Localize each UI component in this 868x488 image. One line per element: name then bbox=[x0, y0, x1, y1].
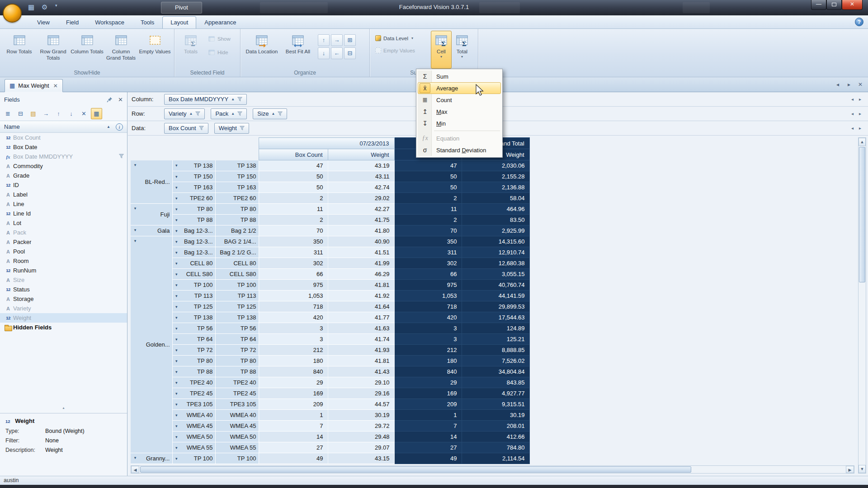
size-cell[interactable]: TP 138 bbox=[215, 160, 259, 171]
total-weight-cell[interactable]: 4,927.77 bbox=[462, 388, 529, 399]
zone-scroll-left-icon[interactable]: ◂ bbox=[849, 125, 856, 132]
horizontal-scroll-track[interactable] bbox=[139, 466, 846, 473]
weight-cell[interactable]: 43.15 bbox=[328, 453, 394, 464]
box-count-cell[interactable]: 66 bbox=[259, 269, 328, 280]
field-item-box-date[interactable]: 12Box Date bbox=[0, 142, 127, 152]
expand-variety-icon[interactable]: ▾ bbox=[131, 236, 140, 453]
zone-scroll-right-icon[interactable]: ▸ bbox=[857, 110, 863, 117]
weight-cell[interactable]: 29.02 bbox=[328, 193, 394, 204]
weight-cell[interactable]: 40.90 bbox=[328, 236, 394, 247]
field-item-commodity[interactable]: ACommodity bbox=[0, 161, 127, 171]
hide-button[interactable]: Hide bbox=[205, 47, 234, 58]
total-box-count-cell[interactable]: 212 bbox=[394, 345, 462, 356]
total-weight-cell[interactable]: 9,315.51 bbox=[462, 399, 529, 410]
window-grid-icon[interactable]: ▦ bbox=[28, 3, 34, 11]
weight-cell[interactable]: 44.57 bbox=[328, 399, 394, 410]
expand-pack-icon[interactable]: ▾ bbox=[172, 421, 180, 432]
total-weight-cell[interactable]: 30.19 bbox=[462, 410, 529, 421]
weight-cell[interactable]: 29.16 bbox=[328, 388, 394, 399]
data-level-button[interactable]: Data Level ▾ bbox=[372, 33, 429, 43]
field-item-box-count[interactable]: 12Box Count bbox=[0, 133, 127, 142]
weight-cell[interactable]: 41.77 bbox=[328, 312, 394, 323]
pack-cell[interactable]: TP 150 bbox=[180, 171, 215, 182]
total-weight-cell[interactable]: 40,760.74 bbox=[462, 280, 529, 291]
size-cell[interactable]: TP 125 bbox=[215, 301, 259, 312]
send-to-column-icon[interactable]: ↑ bbox=[53, 108, 64, 119]
box-count-cell[interactable]: 27 bbox=[259, 442, 328, 453]
variety-cell[interactable]: BL-Red... bbox=[140, 160, 172, 204]
document-tab-max-weight[interactable]: ▦ Max Weight ✕ bbox=[5, 79, 63, 92]
quick-access-dropdown-icon[interactable]: ▾ bbox=[55, 3, 57, 8]
box-count-cell[interactable]: 209 bbox=[259, 399, 328, 410]
size-cell[interactable]: TPE3 105 bbox=[215, 399, 259, 410]
cell-summary-button[interactable]: Cell ▾ bbox=[431, 31, 452, 69]
weight-cell[interactable]: 43.19 bbox=[328, 160, 394, 171]
total-box-count-cell[interactable]: 975 bbox=[394, 280, 462, 291]
weight-cell[interactable]: 46.29 bbox=[328, 269, 394, 280]
total-weight-cell[interactable]: 2,136.88 bbox=[462, 182, 529, 193]
field-item-line[interactable]: ALine bbox=[0, 199, 127, 209]
total-weight-cell[interactable]: 464.96 bbox=[462, 204, 529, 215]
size-cell[interactable]: TPE2 60 bbox=[215, 193, 259, 204]
expand-pack-icon[interactable]: ▾ bbox=[172, 280, 180, 291]
expand-pack-icon[interactable]: ▾ bbox=[172, 399, 180, 410]
total-box-count-cell[interactable]: 50 bbox=[394, 182, 462, 193]
size-cell[interactable]: TPE2 40 bbox=[215, 377, 259, 388]
pack-cell[interactable]: Bag 12-3... bbox=[180, 236, 215, 247]
box-count-cell[interactable]: 302 bbox=[259, 258, 328, 269]
horizontal-scroll-thumb[interactable] bbox=[140, 466, 691, 473]
box-count-cell[interactable]: 180 bbox=[259, 356, 328, 366]
total-box-count-cell[interactable]: 1 bbox=[394, 410, 462, 421]
total-box-count-cell[interactable]: 840 bbox=[394, 366, 462, 377]
pack-cell[interactable]: TPE2 45 bbox=[180, 388, 215, 399]
tab-view[interactable]: View bbox=[29, 16, 58, 28]
variety-cell[interactable]: Golden... bbox=[140, 236, 172, 453]
pack-cell[interactable]: TP 100 bbox=[180, 453, 215, 464]
field-item-runnum[interactable]: 12RunNum bbox=[0, 266, 127, 275]
expand-pack-icon[interactable]: ▾ bbox=[172, 377, 180, 388]
size-cell[interactable]: TP 113 bbox=[215, 291, 259, 301]
box-count-cell[interactable]: 50 bbox=[259, 171, 328, 182]
size-cell[interactable]: Bag 2 1/2 bbox=[215, 225, 259, 236]
pivot-field-pack[interactable]: Pack ▲ bbox=[211, 108, 247, 119]
size-cell[interactable]: CELL 80 bbox=[215, 258, 259, 269]
total-weight-cell[interactable]: 3,055.15 bbox=[462, 269, 529, 280]
size-cell[interactable]: TP 100 bbox=[215, 280, 259, 291]
total-box-count-cell[interactable]: 11 bbox=[394, 204, 462, 215]
weight-cell[interactable]: 29.07 bbox=[328, 442, 394, 453]
size-cell[interactable]: TP 80 bbox=[215, 204, 259, 215]
move-up-icon[interactable]: ↑ bbox=[318, 34, 330, 46]
pack-cell[interactable]: CELL 80 bbox=[180, 258, 215, 269]
date-column-header[interactable]: 07/23/2013 bbox=[259, 138, 394, 149]
pack-cell[interactable]: TP 163 bbox=[180, 182, 215, 193]
box-count-cell[interactable]: 975 bbox=[259, 280, 328, 291]
weight-cell[interactable]: 41.64 bbox=[328, 301, 394, 312]
pack-cell[interactable]: TP 113 bbox=[180, 291, 215, 301]
pack-cell[interactable]: TPE2 40 bbox=[180, 377, 215, 388]
total-weight-cell[interactable]: 7,526.02 bbox=[462, 356, 529, 366]
expand-pack-icon[interactable]: ▾ bbox=[172, 193, 180, 204]
size-cell[interactable]: WMEA 55 bbox=[215, 442, 259, 453]
expand-pack-icon[interactable]: ▾ bbox=[172, 442, 180, 453]
total-box-count-cell[interactable]: 27 bbox=[394, 442, 462, 453]
tab-scroll-left-icon[interactable]: ◂ bbox=[834, 80, 842, 89]
maximize-button[interactable] bbox=[826, 0, 842, 10]
size-cell[interactable]: TP 138 bbox=[215, 312, 259, 323]
filter-icon[interactable] bbox=[240, 126, 245, 131]
weight-cell[interactable]: 41.43 bbox=[328, 366, 394, 377]
total-box-count-cell[interactable]: 302 bbox=[394, 258, 462, 269]
send-to-data-icon[interactable]: ↓ bbox=[66, 108, 77, 119]
pack-cell[interactable]: TP 80 bbox=[180, 356, 215, 366]
expand-pack-icon[interactable]: ▾ bbox=[172, 410, 180, 421]
box-count-cell[interactable]: 47 bbox=[259, 160, 328, 171]
total-weight-cell[interactable]: 17,544.63 bbox=[462, 312, 529, 323]
box-count-cell[interactable]: 11 bbox=[259, 204, 328, 215]
total-box-count-cell[interactable]: 29 bbox=[394, 377, 462, 388]
zone-scroll-right-icon[interactable]: ▸ bbox=[857, 125, 863, 132]
expand-pack-icon[interactable]: ▾ bbox=[172, 345, 180, 356]
total-box-count-cell[interactable]: 311 bbox=[394, 247, 462, 258]
total-box-count-cell[interactable]: 70 bbox=[394, 225, 462, 236]
total-box-count-cell[interactable]: 350 bbox=[394, 236, 462, 247]
field-item-room[interactable]: ARoom bbox=[0, 256, 127, 266]
box-count-cell[interactable]: 3 bbox=[259, 323, 328, 334]
